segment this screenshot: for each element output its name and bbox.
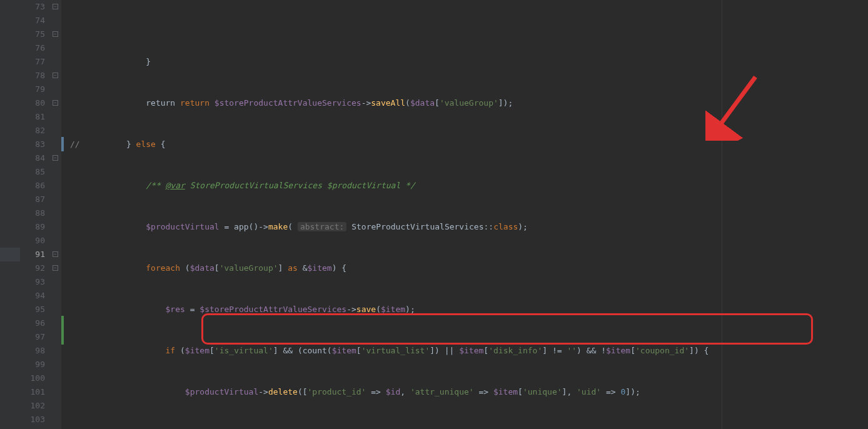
line-number[interactable]: 74 [20,14,45,28]
line-number[interactable]: 83 [20,138,45,151]
line-number[interactable]: 99 [20,358,45,371]
fold-toggle-icon[interactable]: − [53,251,58,257]
code-editor[interactable]: 73 74 75 76 77 78 79 80 81 82 83 84 85 8… [0,0,868,429]
line-number[interactable]: 101 [20,385,45,399]
left-margin [0,0,20,429]
right-margin-guide [722,0,722,429]
line-number[interactable]: 80 [20,96,45,110]
line-number[interactable]: 96 [20,316,45,330]
line-number[interactable]: 78 [20,69,45,83]
fold-toggle-icon[interactable]: − [53,155,58,161]
line-number[interactable]: 81 [20,110,45,124]
line-number[interactable]: 82 [20,124,45,138]
line-number[interactable]: 79 [20,83,45,96]
line-number[interactable]: 87 [20,193,45,206]
line-number[interactable]: 90 [20,234,45,248]
line-number[interactable]: 73 [20,0,45,14]
line-number[interactable]: 85 [20,165,45,179]
line-number[interactable]: 100 [20,371,45,385]
line-number[interactable]: 75 [20,28,45,41]
code-line[interactable]: $res = $storeProductAttrValueServices->s… [65,303,868,316]
line-number[interactable]: 89 [20,220,45,234]
fold-toggle-icon[interactable]: − [53,100,58,106]
fold-toggle-icon[interactable]: − [53,73,58,78]
line-number[interactable]: 98 [20,344,45,358]
line-number[interactable]: 77 [20,55,45,69]
code-line[interactable]: foreach ($data['valueGroup'] as &$item) … [65,261,868,275]
fold-toggle-icon[interactable]: − [53,265,58,271]
parameter-hint: abstract: [298,222,346,231]
code-area[interactable]: } return return $storeProductAttrValueSe… [65,0,868,429]
line-number[interactable]: 103 [20,413,45,426]
code-line[interactable]: } [65,55,868,69]
code-line[interactable]: $productVirtual = app()->make( abstract:… [65,220,868,234]
line-number[interactable]: 94 [20,289,45,303]
code-line[interactable]: $sales = $productVirtual->count(['produc… [65,426,868,429]
line-number[interactable]: 86 [20,179,45,193]
code-line[interactable]: /** @var StoreProductVirtualServices $pr… [65,179,868,193]
code-line[interactable]: return return $storeProductAttrValueServ… [65,96,868,110]
code-line[interactable]: $productVirtual->delete(['product_id' =>… [65,385,868,399]
line-number[interactable]: 97 [20,330,45,344]
fold-toggle-icon[interactable]: − [53,31,58,37]
line-number[interactable]: 93 [20,275,45,289]
line-number[interactable]: 92 [20,261,45,275]
line-number[interactable]: 95 [20,303,45,316]
line-number[interactable]: 88 [20,206,45,220]
line-number[interactable]: 102 [20,399,45,413]
code-line[interactable]: if ($item['is_virtual'] && (count($item[… [65,344,868,358]
code-line[interactable]: } else { [65,138,868,151]
line-number[interactable]: 84 [20,151,45,165]
line-number[interactable]: 76 [20,41,45,55]
line-number[interactable]: 91 [20,248,45,261]
fold-toggle-icon[interactable]: − [53,4,58,9]
fold-column[interactable]: − − − − − − − [50,0,61,429]
line-number-gutter[interactable]: 73 74 75 76 77 78 79 80 81 82 83 84 85 8… [20,0,50,429]
comment-marker: // [70,138,80,151]
